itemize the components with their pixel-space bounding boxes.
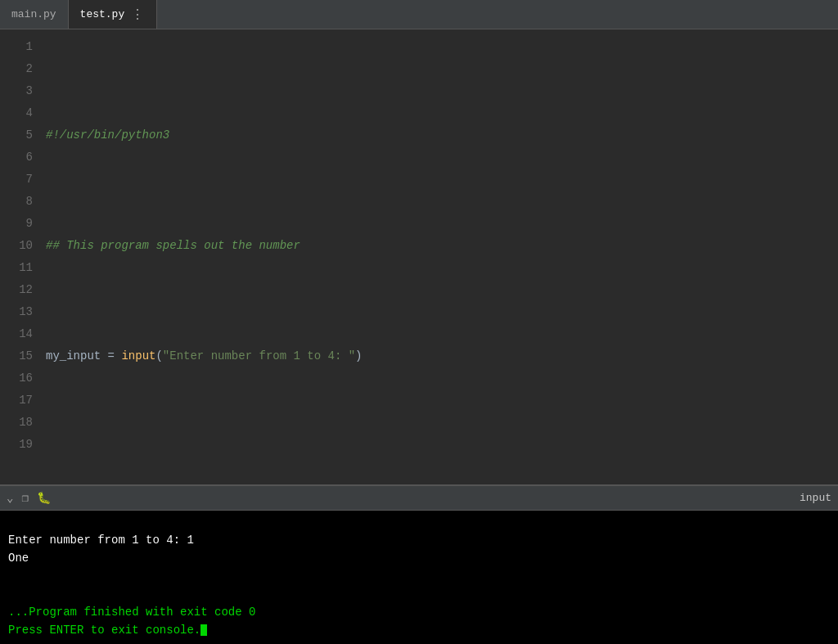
- code-line-4: [46, 456, 838, 478]
- console-output[interactable]: Enter number from 1 to 4: 1 One ...Progr…: [0, 511, 838, 644]
- line3-string: "Enter number from 1 to 4: ": [163, 345, 355, 367]
- tab-menu-icon[interactable]: ⋮: [131, 7, 145, 23]
- panel-title: input: [800, 492, 831, 504]
- line-numbers: 1234 5678 9101112 13141516 171819: [0, 36, 39, 478]
- console-line-6: Press ENTER to exit console.: [8, 621, 830, 639]
- expand-icon[interactable]: ❐: [21, 491, 28, 505]
- console-line-2: One: [8, 549, 830, 567]
- line3-var: my_input: [46, 345, 101, 367]
- console-line-3: [8, 567, 830, 585]
- code-line-2: ## This program spells out the number: [46, 235, 838, 257]
- code-line-3: my_input = input ( "Enter number from 1 …: [46, 345, 838, 367]
- console-cursor: [200, 624, 207, 636]
- line1-shebang: #!/usr/bin/python3: [46, 124, 169, 146]
- chevron-down-icon[interactable]: ⌄: [7, 491, 13, 505]
- editor-area: 1234 5678 9101112 13141516 171819 #!/usr…: [0, 29, 838, 484]
- panel-toolbar: ⌄ ❐ 🐛 input: [0, 486, 838, 511]
- code-lines: #!/usr/bin/python3 ## This program spell…: [39, 36, 838, 478]
- bottom-panel: ⌄ ❐ 🐛 input Enter number from 1 to 4: 1 …: [0, 484, 838, 644]
- bug-icon[interactable]: 🐛: [37, 491, 51, 505]
- tab-test-py-label: test.py: [80, 8, 125, 20]
- console-line-1: Enter number from 1 to 4: 1: [8, 531, 830, 549]
- tab-test-py[interactable]: test.py ⋮: [69, 0, 158, 29]
- line3-builtin: input: [121, 345, 155, 367]
- tab-main-py-label: main.py: [11, 8, 56, 20]
- code-line-1: #!/usr/bin/python3: [46, 124, 838, 146]
- tab-bar: main.py test.py ⋮: [0, 0, 838, 29]
- line2-comment: ## This program spells out the number: [46, 235, 300, 257]
- console-line-5: ...Program finished with exit code 0: [8, 603, 830, 621]
- code-container: 1234 5678 9101112 13141516 171819 #!/usr…: [0, 29, 838, 484]
- tab-main-py[interactable]: main.py: [0, 0, 69, 29]
- console-line-4: [8, 585, 830, 603]
